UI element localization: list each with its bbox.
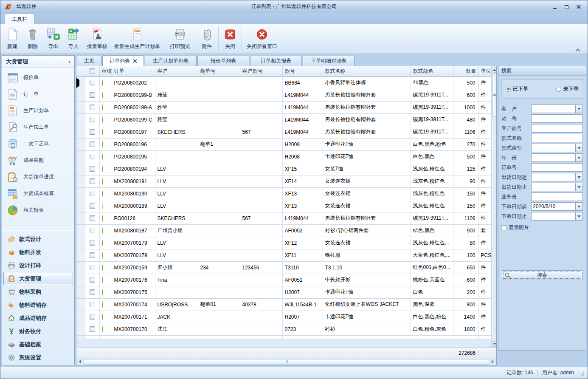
- column-header[interactable]: 审核: [99, 66, 112, 76]
- radio-option[interactable]: 已下单: [506, 85, 528, 93]
- table-row[interactable]: MX200800191LLVXF14女装连衣裙浅灰色,粉红色90件: [76, 175, 491, 187]
- sidebar-module-item[interactable]: 基础档案: [3, 338, 73, 351]
- combo-dropdown-icon[interactable]: [576, 144, 583, 152]
- row-checkbox[interactable]: [90, 166, 95, 172]
- sidebar-item[interactable]: 成品采购: [2, 152, 74, 169]
- column-header[interactable]: 单位: [478, 66, 491, 76]
- row-checkbox[interactable]: [90, 289, 95, 295]
- row-checkbox[interactable]: [90, 252, 95, 258]
- sidebar-module-item[interactable]: 物料开发: [3, 246, 73, 259]
- search-field-combo-input[interactable]: [531, 153, 576, 162]
- row-checkbox[interactable]: [90, 154, 95, 159]
- toolbar-button[interactable]: 新建: [2, 25, 23, 53]
- search-field-text-input[interactable]: [531, 163, 583, 172]
- scroll-left-icon[interactable]: [77, 359, 83, 365]
- table-row[interactable]: PO200800202BB684小香风背带连体裤4#黑色500件: [76, 76, 491, 89]
- table-row[interactable]: MX200800187广州曾小姐AF0052衬衫+背心裙两件套桔色,黑色900套: [76, 224, 491, 237]
- tab[interactable]: 下单明细对照表: [303, 56, 354, 66]
- maximize-button[interactable]: [564, 4, 569, 9]
- row-checkbox[interactable]: [90, 326, 95, 332]
- row-checkbox[interactable]: [90, 141, 95, 147]
- scroll-right-icon[interactable]: [490, 359, 495, 365]
- sidebar-item[interactable]: 报价单: [2, 69, 74, 86]
- table-row[interactable]: MX200700179LLVXF12女装连衣裙浅灰色,粉红色,...80件: [76, 237, 491, 249]
- search-field-combo-input[interactable]: [531, 105, 576, 113]
- toolbar-button[interactable]: 关闭所有窗口: [243, 25, 281, 53]
- table-row[interactable]: PO200800199-C雅莹L419M044男装长袖拉链有帽外套碳黑19-39…: [76, 113, 491, 126]
- radio-option[interactable]: 未下单: [556, 85, 579, 93]
- table-row[interactable]: PO200800195H2008卡通印花T恤白色,黑色500件: [76, 150, 491, 163]
- table-row[interactable]: MX200700174USRO|ROSS翻单0140378WJL11544B-1…: [76, 298, 491, 311]
- sidebar-item[interactable]: 生产加工单: [2, 119, 74, 136]
- combo-dropdown-icon[interactable]: [576, 183, 583, 191]
- search-field-text-input[interactable]: [531, 192, 583, 201]
- combo-dropdown-icon[interactable]: [576, 202, 583, 211]
- sidebar-module-item[interactable]: 大货管理: [3, 272, 73, 285]
- toolbar-button[interactable]: 导出: [43, 25, 63, 53]
- table-row[interactable]: PO200800194LLVXF15女装T恤浅灰色,粉红色125件: [76, 163, 491, 175]
- sidebar-module-item[interactable]: 设计打样: [3, 259, 73, 272]
- table-row[interactable]: MX200800189LLVXF13女装连衣裙浅灰色,粉红色150件: [76, 200, 491, 212]
- toolbar-button[interactable]: 关闭: [220, 25, 240, 53]
- row-checkbox[interactable]: [90, 265, 95, 270]
- table-row[interactable]: MX200700175H2007卡通印花T恤白色200件: [76, 286, 491, 298]
- vertical-scrollbar[interactable]: [491, 66, 496, 348]
- column-header[interactable]: 翻单号: [198, 66, 240, 76]
- row-checkbox[interactable]: [90, 92, 95, 98]
- combo-dropdown-icon[interactable]: [576, 212, 583, 221]
- show-image-checkbox[interactable]: [501, 225, 506, 230]
- row-checkbox[interactable]: [90, 314, 95, 320]
- scroll-down-icon[interactable]: [492, 341, 497, 347]
- column-header[interactable]: 订单: [112, 66, 155, 76]
- table-row[interactable]: MX200800190LLVXF13女装连衣裙浅灰色,粉红色150件: [76, 187, 491, 200]
- search-field-combo-input[interactable]: 2020/5/10: [531, 202, 576, 211]
- tab[interactable]: 报价单列表: [197, 56, 249, 66]
- scroll-up-icon[interactable]: [492, 67, 497, 73]
- combo-dropdown-icon[interactable]: [576, 173, 583, 181]
- sidebar-collapse-icon[interactable]: ‹: [69, 58, 70, 65]
- row-checkbox[interactable]: [90, 117, 95, 122]
- search-field-text-input[interactable]: [531, 134, 583, 142]
- collapse-ribbon-icon[interactable]: [576, 48, 580, 51]
- sidebar-module-item[interactable]: 物料进销存: [3, 298, 73, 311]
- table-row[interactable]: PO200800197SKECHERS567L419M044男装长袖拉链有帽外套…: [76, 126, 491, 138]
- row-checkbox[interactable]: [90, 203, 95, 209]
- row-checkbox[interactable]: [90, 215, 95, 221]
- row-checkbox[interactable]: [90, 240, 95, 246]
- ribbon-tab-toolbar[interactable]: 工具栏: [5, 14, 34, 24]
- toolbar-button[interactable]: 批量生成生产计划单: [111, 25, 163, 53]
- row-checkbox[interactable]: [90, 80, 95, 85]
- toolbar-button[interactable]: 导入: [63, 25, 84, 53]
- table-row[interactable]: MX200700170沈生0723衬衫白色,粉色,灰色1800件: [76, 323, 491, 335]
- sidebar-item[interactable]: 相关报表: [2, 202, 74, 218]
- tab[interactable]: 订单列表: [102, 55, 144, 66]
- column-header[interactable]: 款式颜色: [411, 66, 453, 76]
- search-field-text-input[interactable]: [531, 124, 583, 133]
- row-checkbox[interactable]: [90, 178, 95, 184]
- tab[interactable]: 主页: [77, 56, 101, 66]
- column-header[interactable]: 款式名称: [323, 66, 411, 76]
- table-row[interactable]: MX200700176TinaAF0051中长款开衫桃粉色,天蓝色600件: [76, 274, 491, 286]
- sidebar-item[interactable]: 生产计划单: [2, 102, 74, 119]
- table-row[interactable]: MX200700179LLVXF11晚礼服天蓝色,粉红色,...100PCS: [76, 249, 491, 261]
- combo-dropdown-icon[interactable]: [576, 153, 583, 162]
- vertical-scroll-thumb[interactable]: [492, 74, 497, 116]
- sidebar-module-item[interactable]: 物料采购: [3, 285, 73, 298]
- column-header[interactable]: 客户款号: [240, 66, 282, 76]
- row-checkbox[interactable]: [90, 191, 95, 196]
- horizontal-scroll-thumb[interactable]: [84, 359, 489, 365]
- table-row[interactable]: MX200700159罗小姐234123456T3110T3.1.10红色001…: [76, 261, 491, 274]
- sidebar-module-item[interactable]: 成品进销存: [3, 311, 73, 325]
- search-button[interactable]: 搜索: [502, 270, 582, 280]
- search-field-combo-input[interactable]: [531, 144, 576, 152]
- column-header[interactable]: 数量: [453, 66, 478, 76]
- table-row[interactable]: PO200800199-B雅莹L419M044男装长袖拉链有帽外套碳黑19-39…: [76, 89, 491, 101]
- toolbar-button[interactable]: 附件: [197, 25, 217, 53]
- toolbar-button[interactable]: 删除: [23, 25, 43, 53]
- table-row[interactable]: PO00126SKECHERS567L419M044男装长袖拉链有帽外套碳黑19…: [76, 212, 491, 224]
- sidebar-item[interactable]: 订 单: [2, 86, 74, 102]
- sidebar-module-item[interactable]: 财务收付: [3, 325, 73, 338]
- minimize-button[interactable]: [552, 4, 557, 9]
- toolbar-button[interactable]: 批量审核: [84, 25, 111, 53]
- combo-dropdown-icon[interactable]: [576, 105, 583, 113]
